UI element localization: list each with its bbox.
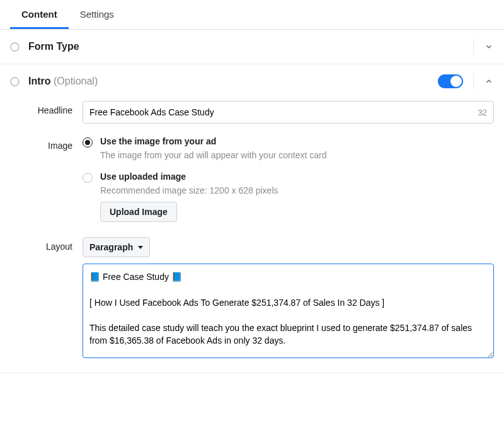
section-header-form-type[interactable]: Form Type: [0, 30, 504, 64]
image-option-upload-sub: Recommended image size: 1200 x 628 pixel…: [100, 185, 494, 195]
row-headline: Headline 32: [10, 101, 494, 124]
headline-input[interactable]: [83, 102, 472, 122]
row-image: Image Use the image from your ad The ima…: [10, 136, 494, 222]
section-header-intro[interactable]: Intro (Optional): [0, 64, 504, 98]
tab-settings[interactable]: Settings: [69, 0, 125, 29]
section-radio-form-type: [10, 42, 20, 52]
toggle-knob: [450, 76, 462, 87]
headline-input-wrap: 32: [83, 101, 494, 124]
image-label: Image: [10, 136, 83, 151]
layout-dropdown[interactable]: Paragraph: [83, 237, 150, 257]
headline-label: Headline: [10, 101, 83, 115]
section-intro: Intro (Optional) Headline 32 Image: [0, 64, 504, 373]
section-form-type: Form Type: [0, 30, 504, 64]
image-option-upload[interactable]: Use uploaded image: [83, 171, 494, 183]
intro-title-text: Intro: [28, 76, 51, 86]
section-title-form-type: Form Type: [28, 41, 473, 52]
divider: [473, 73, 474, 90]
section-radio-intro: [10, 77, 20, 86]
image-option-from-ad-label: Use the image from your ad: [100, 136, 216, 146]
layout-dropdown-value: Paragraph: [89, 242, 133, 252]
intro-toggle[interactable]: [438, 74, 463, 88]
header-right: [473, 38, 494, 55]
caret-down-icon: [138, 246, 143, 249]
row-layout: Layout Paragraph: [10, 237, 494, 360]
paragraph-textarea[interactable]: [83, 264, 494, 358]
header-right: [438, 73, 494, 90]
intro-optional-text: (Optional): [51, 76, 98, 86]
upload-image-button[interactable]: Upload Image: [100, 202, 177, 222]
chevron-up-icon[interactable]: [484, 76, 494, 86]
headline-char-count: 32: [472, 108, 493, 117]
divider: [473, 38, 474, 55]
radio-icon: [83, 137, 93, 148]
chevron-down-icon[interactable]: [484, 42, 494, 52]
section-title-intro: Intro (Optional): [28, 76, 438, 87]
tab-content[interactable]: Content: [10, 0, 69, 29]
tabs: Content Settings: [0, 0, 504, 30]
image-option-upload-label: Use uploaded image: [100, 171, 186, 182]
layout-label: Layout: [10, 237, 83, 252]
image-option-from-ad[interactable]: Use the image from your ad: [83, 136, 494, 148]
section-body-intro: Headline 32 Image Use the image from you…: [0, 98, 504, 373]
radio-icon: [83, 173, 93, 183]
image-option-from-ad-sub: The image from your ad will appear with …: [100, 150, 494, 160]
